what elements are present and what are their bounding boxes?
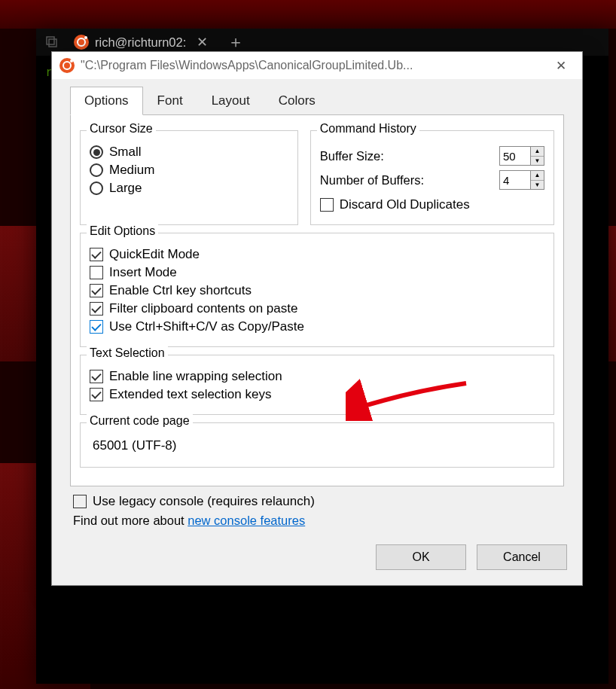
legacy-console-checkbox[interactable]: Use legacy console (requires relaunch) [73,494,564,509]
group-title: Cursor Size [87,122,156,136]
checkbox-icon [90,388,103,401]
edit-options-group: Edit Options QuickEdit Mode Insert Mode … [80,233,554,347]
extended-keys-checkbox[interactable]: Extended text selection keys [90,387,544,402]
spin-down-icon[interactable]: ▼ [531,157,544,166]
new-tab-button[interactable]: ＋ [227,31,244,53]
spin-up-icon[interactable]: ▲ [531,171,544,181]
new-console-features-link[interactable]: new console features [188,514,305,527]
num-buffers-input[interactable] [499,170,531,190]
checkbox-icon [90,320,103,334]
text-selection-group: Text Selection Enable line wrapping sele… [80,355,554,415]
checkbox-icon [90,266,103,279]
command-history-group: Command History Buffer Size: ▲▼ Number o… [310,130,554,225]
quickedit-checkbox[interactable]: QuickEdit Mode [90,247,544,262]
ubuntu-icon [74,35,89,50]
group-title: Text Selection [87,346,168,360]
properties-dialog: "C:\Program Files\WindowsApps\CanonicalG… [51,51,583,586]
checkbox-icon [320,198,334,212]
dialog-close-button[interactable]: ✕ [544,58,578,74]
radio-icon [90,145,103,159]
radio-icon [90,181,103,195]
tab-font[interactable]: Font [143,87,197,115]
tab-layout[interactable]: Layout [197,87,264,115]
ubuntu-icon [59,58,75,73]
line-wrap-selection-checkbox[interactable]: Enable line wrapping selection [90,369,544,384]
group-title: Current code page [87,414,193,428]
ctrl-shortcuts-checkbox[interactable]: Enable Ctrl key shortcuts [90,283,544,298]
dialog-tabs: Options Font Layout Colors [52,79,582,115]
cancel-button[interactable]: Cancel [477,544,567,570]
group-title: Edit Options [87,224,158,238]
legacy-info-text: Find out more about new console features [73,514,564,528]
checkbox-icon [90,248,103,261]
svg-rect-1 [49,39,56,47]
num-buffers-stepper[interactable]: ▲▼ [499,170,544,190]
terminal-tab-title: rich@richturn02: [95,35,186,50]
ok-button[interactable]: OK [376,544,466,570]
ctrl-shift-cv-checkbox[interactable]: Use Ctrl+Shift+C/V as Copy/Paste [90,319,544,334]
radio-icon [90,163,103,177]
num-buffers-label: Number of Buffers: [320,173,424,187]
checkbox-icon [90,284,103,297]
checkbox-icon [90,370,103,383]
spin-up-icon[interactable]: ▲ [531,147,544,157]
insert-mode-checkbox[interactable]: Insert Mode [90,265,544,280]
tab-colors[interactable]: Colors [264,87,330,115]
filter-clipboard-checkbox[interactable]: Filter clipboard contents on paste [90,301,544,316]
dialog-titlebar[interactable]: "C:\Program Files\WindowsApps\CanonicalG… [52,52,582,79]
dialog-title: "C:\Program Files\WindowsApps\CanonicalG… [81,59,544,72]
discard-duplicates-checkbox[interactable]: Discard Old Duplicates [320,197,544,212]
svg-rect-0 [47,37,54,44]
buffer-size-label: Buffer Size: [320,149,384,163]
code-page-group: Current code page 65001 (UTF-8) [80,422,554,468]
buffer-size-stepper[interactable]: ▲▼ [499,146,544,166]
group-title: Command History [317,122,419,136]
buffer-size-input[interactable] [499,146,531,166]
checkbox-icon [90,302,103,316]
cursor-size-small[interactable]: Small [90,145,288,160]
close-icon[interactable]: ✕ [197,34,208,50]
checkbox-icon [73,495,87,508]
dialog-button-bar: OK Cancel [52,532,582,585]
cursor-size-group: Cursor Size Small Medium Large [80,130,298,225]
tab-options[interactable]: Options [70,87,143,115]
cursor-size-medium[interactable]: Medium [90,163,288,178]
tabs-overview-icon[interactable] [45,35,59,49]
options-panel: Cursor Size Small Medium Large Command H… [70,114,564,486]
spin-down-icon[interactable]: ▼ [531,181,544,190]
cursor-size-large[interactable]: Large [90,181,288,196]
code-page-value: 65001 (UTF-8) [90,434,544,458]
